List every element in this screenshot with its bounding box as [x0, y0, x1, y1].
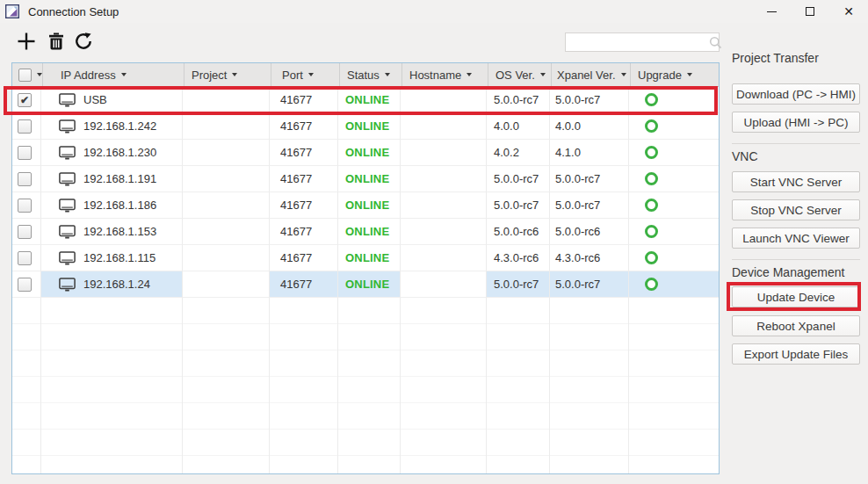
- app-icon: [5, 4, 19, 18]
- monitor-icon: [59, 251, 76, 265]
- table-row[interactable]: 192.168.1.115 41677 ONLINE 4.3.0-rc6 4.3…: [12, 245, 719, 271]
- device-ip: 192.168.1.153: [83, 225, 156, 238]
- upgrade-ok-icon: [645, 119, 658, 133]
- header-project[interactable]: Project: [184, 63, 271, 86]
- refresh-button[interactable]: [71, 30, 96, 53]
- device-ip: 192.168.1.115: [83, 251, 156, 264]
- device-status: ONLINE: [345, 278, 389, 291]
- row-checkbox[interactable]: [18, 225, 32, 239]
- device-xpanel-version: 5.0.0-rc7: [555, 172, 600, 185]
- device-xpanel-version: 4.3.0-rc6: [555, 251, 600, 264]
- maximize-icon: [806, 7, 814, 16]
- table-row[interactable]: ✔ USB 41677 ONLINE 5.0.0-rc7 5.0.0-rc7: [12, 87, 719, 113]
- toolbar: [11, 30, 720, 54]
- row-checkbox[interactable]: [18, 278, 32, 292]
- window-controls: ✕: [752, 0, 868, 23]
- device-status: ONLINE: [345, 199, 389, 212]
- device-status: ONLINE: [345, 93, 389, 106]
- window-title: Connection Setup: [28, 5, 119, 18]
- table-body: ✔ USB 41677 ONLINE 5.0.0-rc7 5.0.0-rc7: [12, 87, 719, 298]
- upgrade-ok-icon: [645, 172, 658, 185]
- header-select-all[interactable]: [12, 63, 43, 86]
- device-ip: 192.168.1.242: [83, 119, 156, 133]
- device-os-version: 4.0.2: [494, 146, 519, 159]
- caret-down-icon: [467, 73, 472, 76]
- header-port[interactable]: Port: [271, 63, 340, 86]
- divider: [732, 259, 860, 260]
- device-port: 41677: [280, 199, 312, 212]
- device-status: ONLINE: [345, 172, 389, 185]
- table-row[interactable]: 192.168.1.186 41677 ONLINE 5.0.0-rc7 5.0…: [12, 192, 719, 219]
- row-checkbox[interactable]: ✔: [18, 93, 32, 107]
- device-status: ONLINE: [345, 251, 389, 264]
- monitor-icon: [59, 278, 76, 292]
- section-title-vnc: VNC: [732, 149, 860, 165]
- header-ip-address[interactable]: IP Address: [43, 63, 184, 86]
- table-header-row: IP Address Project Port Status Hostname …: [12, 63, 719, 87]
- search-box: [565, 33, 720, 52]
- monitor-icon: [59, 146, 76, 160]
- header-os-version[interactable]: OS Ver.: [488, 63, 552, 86]
- caret-down-icon: [232, 73, 237, 76]
- trash-icon: [48, 33, 64, 50]
- upload-hmi-to-pc-button[interactable]: Upload (HMI -> PC): [732, 112, 860, 133]
- delete-device-button[interactable]: [45, 30, 68, 53]
- update-device-button[interactable]: Update Device: [732, 286, 860, 307]
- select-all-checkbox[interactable]: [18, 69, 32, 82]
- header-label: Port: [282, 69, 303, 82]
- table-row[interactable]: 192.168.1.242 41677 ONLINE 4.0.0 4.0.0: [12, 113, 719, 140]
- download-pc-to-hmi-button[interactable]: Download (PC -> HMI): [732, 83, 860, 105]
- table-row[interactable]: 192.168.1.24 41677 ONLINE 5.0.0-rc7 5.0.…: [12, 271, 719, 298]
- monitor-icon: [59, 93, 76, 107]
- device-status: ONLINE: [345, 146, 389, 159]
- table-row[interactable]: 192.168.1.191 41677 ONLINE 5.0.0-rc7 5.0…: [12, 166, 719, 192]
- close-button[interactable]: ✕: [829, 0, 868, 23]
- search-icon: [709, 36, 722, 49]
- device-os-version: 4.3.0-rc6: [494, 251, 539, 264]
- device-port: 41677: [280, 251, 312, 264]
- device-os-version: 4.0.0: [494, 119, 519, 133]
- caret-down-icon: [308, 73, 314, 76]
- row-checkbox[interactable]: [18, 119, 32, 134]
- device-os-version: 5.0.0-rc7: [494, 278, 539, 291]
- header-upgrade[interactable]: Upgrade: [631, 63, 719, 86]
- device-port: 41677: [280, 119, 312, 133]
- launch-vnc-viewer-button[interactable]: Launch VNC Viewer: [732, 228, 860, 249]
- minimize-button[interactable]: [752, 0, 791, 23]
- export-update-files-button[interactable]: Export Update Files: [732, 343, 860, 365]
- device-ip: USB: [83, 93, 107, 106]
- upgrade-ok-icon: [645, 146, 658, 159]
- table-row[interactable]: 192.168.1.230 41677 ONLINE 4.0.2 4.1.0: [12, 140, 719, 166]
- device-os-version: 5.0.0-rc6: [494, 225, 539, 238]
- device-ip: 192.168.1.24: [83, 278, 150, 291]
- device-xpanel-version: 5.0.0-rc7: [555, 278, 600, 291]
- header-status[interactable]: Status: [340, 63, 402, 86]
- header-label: Project: [192, 69, 227, 82]
- check-icon: ✔: [20, 94, 29, 106]
- device-os-version: 5.0.0-rc7: [494, 199, 539, 212]
- monitor-icon: [59, 225, 76, 239]
- stop-vnc-server-button[interactable]: Stop VNC Server: [732, 199, 860, 220]
- divider: [732, 143, 860, 144]
- device-port: 41677: [280, 172, 312, 185]
- reboot-xpanel-button[interactable]: Reboot Xpanel: [732, 315, 860, 336]
- device-table: IP Address Project Port Status Hostname …: [11, 62, 720, 474]
- row-checkbox[interactable]: [18, 172, 32, 186]
- row-checkbox[interactable]: [18, 146, 32, 160]
- refresh-icon: [74, 32, 93, 51]
- device-os-version: 5.0.0-rc7: [494, 93, 539, 106]
- search-input[interactable]: [566, 34, 709, 50]
- device-port: 41677: [280, 146, 312, 159]
- header-hostname[interactable]: Hostname: [402, 63, 488, 86]
- row-checkbox[interactable]: [18, 251, 32, 265]
- table-row[interactable]: 192.168.1.153 41677 ONLINE 5.0.0-rc6 5.0…: [12, 219, 719, 245]
- header-xpanel-version[interactable]: Xpanel Ver.: [552, 63, 631, 86]
- row-checkbox[interactable]: [18, 199, 32, 213]
- add-device-button[interactable]: [13, 30, 40, 53]
- maximize-button[interactable]: [791, 0, 829, 23]
- upgrade-ok-icon: [645, 225, 658, 238]
- upgrade-ok-icon: [645, 93, 658, 106]
- header-label: Xpanel Ver.: [557, 69, 616, 82]
- start-vnc-server-button[interactable]: Start VNC Server: [732, 171, 860, 192]
- caret-down-icon: [540, 73, 546, 76]
